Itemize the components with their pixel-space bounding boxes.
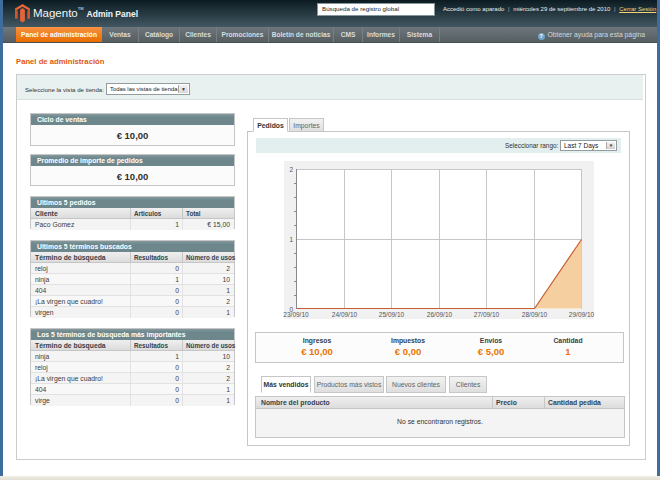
svg-text:24/09/10: 24/09/10: [332, 311, 358, 318]
svg-text:26/09/10: 26/09/10: [427, 311, 453, 318]
svg-text:25/09/10: 25/09/10: [379, 311, 405, 318]
svg-text:29/09/10: 29/09/10: [569, 311, 595, 318]
svg-text:27/09/10: 27/09/10: [474, 311, 500, 318]
svg-text:23/09/10: 23/09/10: [283, 311, 309, 318]
svg-text:2: 2: [289, 166, 293, 173]
svg-text:1: 1: [289, 236, 293, 243]
svg-text:28/09/10: 28/09/10: [522, 311, 548, 318]
